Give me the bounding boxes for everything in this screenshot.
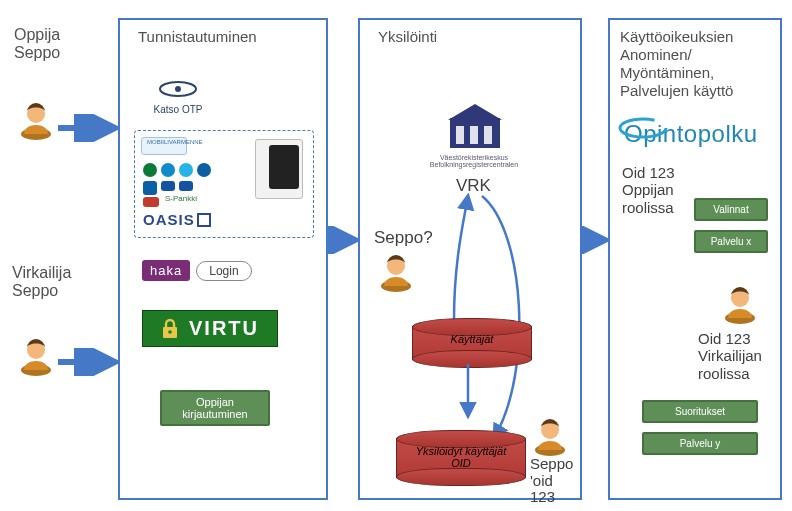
person-icon [532,416,568,456]
palvelu-x-button[interactable]: Palvelu x [694,230,768,253]
svg-point-16 [620,119,666,137]
haka-badge: haka [142,260,190,281]
panel-permissions: KäyttöoikeuksienAnominen/Myöntäminen,Pal… [608,18,782,500]
learner-login-button[interactable]: Oppijankirjautuminen [160,390,270,426]
login-pill[interactable]: Login [196,261,251,281]
arrow-icon [56,114,122,142]
svg-rect-9 [456,126,464,144]
katso-label: Katso OTP [148,104,208,115]
virtu-button[interactable]: VIRTU [142,310,278,347]
svg-rect-11 [484,126,492,144]
haka-login[interactable]: haka Login [142,260,252,281]
suoritukset-button[interactable]: Suoritukset [642,400,758,423]
person-icon [722,284,758,324]
person-icon [18,100,54,140]
svg-point-7 [168,330,172,334]
db-identified: Yksilöidyt käyttäjätOID [396,438,526,478]
vrk-logo [440,100,510,156]
official-role-label: Oid 123Virkailijanroolissa [698,330,762,382]
svg-rect-10 [470,126,478,144]
spankki-label: S-Pankki [165,194,197,203]
opintopolku-logo: Opintopolku [624,120,758,148]
virtu-label: VIRTU [189,317,259,340]
arrow-icon [456,360,486,430]
role-label-learner: OppijaSeppo [14,26,60,63]
person-icon [18,336,54,376]
arrow-icon [326,226,362,254]
db-identified-label: Yksilöidyt käyttäjätOID [397,439,525,469]
valinnat-button[interactable]: Valinnat [694,198,768,221]
seppo-oid-label: Seppo'oid 123 [530,456,580,506]
db-users: Käyttäjät [412,326,532,360]
db-users-label: Käyttäjät [413,327,531,345]
mobiilivarmenne-label: MOBIILIVARMENNE [147,139,203,145]
tupas-providers-box: MOBIILIVARMENNE S-Pankki OASIS [134,130,314,238]
oasis-label: OASIS [143,211,211,228]
panel-title: Tunnistautuminen [138,28,257,45]
lock-icon [161,318,179,340]
panel-title: Yksilöinti [378,28,437,45]
panel-identification: Yksilöinti VäestörekisterikeskusBefolkni… [358,18,582,500]
palvelu-y-button[interactable]: Palvelu y [642,432,758,455]
role-label-official: VirkailijaSeppo [12,264,71,301]
vrk-subtitle: VäestörekisterikeskusBefolkningsregister… [414,154,534,168]
katso-otp-logo: Katso OTP [148,80,208,115]
panel-authentication: Tunnistautuminen Katso OTP MOBIILIVARMEN… [118,18,328,500]
svg-point-5 [175,86,181,92]
panel-title: KäyttöoikeuksienAnominen/Myöntäminen,Pal… [620,28,733,100]
arrow-icon [56,348,122,376]
learner-role-label: Oid 123Oppijanroolissa [622,164,675,216]
